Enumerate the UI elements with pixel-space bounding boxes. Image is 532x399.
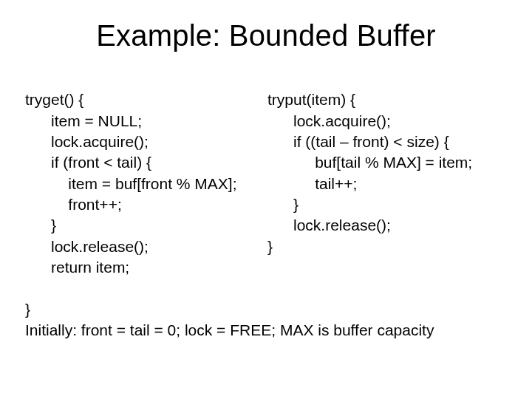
code-line: tryget() { bbox=[25, 91, 83, 108]
slide-footer-block: } Initially: front = tail = 0; lock = FR… bbox=[22, 278, 510, 341]
code-line: tryput(item) { bbox=[267, 91, 355, 108]
code-line: front++; bbox=[25, 196, 122, 213]
code-line: lock.release(); bbox=[267, 216, 391, 233]
code-line: } bbox=[25, 216, 56, 233]
code-left-column: tryget() { item = NULL; lock.acquire(); … bbox=[22, 69, 267, 278]
slide: Example: Bounded Buffer tryget() { item … bbox=[0, 0, 532, 399]
slide-title: Example: Bounded Buffer bbox=[22, 19, 510, 52]
code-line: lock.acquire(); bbox=[267, 112, 391, 129]
slide-body: tryget() { item = NULL; lock.acquire(); … bbox=[22, 69, 510, 278]
footer-line: Initially: front = tail = 0; lock = FREE… bbox=[25, 321, 434, 338]
code-line: if ((tail – front) < size) { bbox=[267, 133, 449, 150]
code-line: lock.acquire(); bbox=[25, 133, 149, 150]
code-line: item = NULL; bbox=[25, 112, 142, 129]
code-line: buf[tail % MAX] = item; bbox=[267, 154, 472, 171]
code-right-column: tryput(item) { lock.acquire(); if ((tail… bbox=[267, 69, 510, 278]
code-line: item = buf[front % MAX]; bbox=[25, 175, 237, 192]
code-line: } bbox=[267, 238, 273, 255]
code-line: lock.release(); bbox=[25, 238, 149, 255]
code-line: tail++; bbox=[267, 175, 357, 192]
code-line: } bbox=[267, 196, 299, 213]
code-line: if (front < tail) { bbox=[25, 154, 151, 171]
code-line: } bbox=[25, 301, 30, 318]
code-line: return item; bbox=[25, 259, 129, 276]
